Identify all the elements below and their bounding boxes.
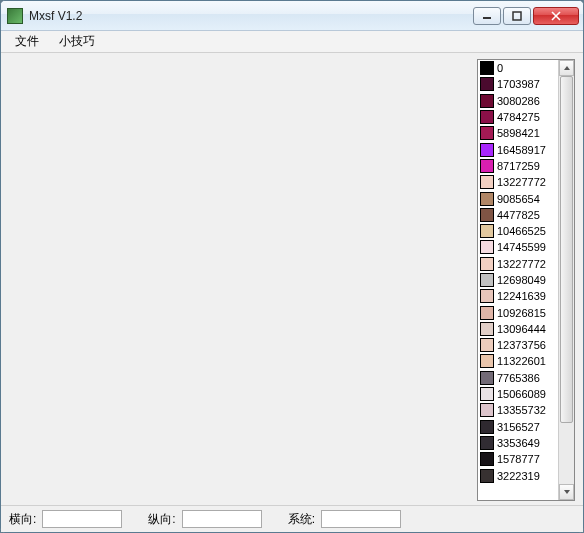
status-sys-label: 系统: bbox=[288, 511, 315, 528]
palette-scrollbar[interactable] bbox=[558, 60, 574, 500]
swatch-value: 12698049 bbox=[497, 274, 546, 286]
swatch-value: 3080286 bbox=[497, 95, 540, 107]
color-swatch bbox=[480, 273, 494, 287]
client-area: 0170398730802864784275589842116458917871… bbox=[1, 53, 583, 506]
swatch-row[interactable]: 10926815 bbox=[478, 304, 558, 320]
maximize-icon bbox=[512, 11, 522, 21]
swatch-row[interactable]: 12373756 bbox=[478, 337, 558, 353]
scroll-down-button[interactable] bbox=[559, 484, 574, 500]
color-swatch bbox=[480, 452, 494, 466]
swatch-row[interactable]: 3080286 bbox=[478, 93, 558, 109]
scroll-track[interactable] bbox=[559, 76, 574, 484]
swatch-row[interactable]: 10466525 bbox=[478, 223, 558, 239]
swatch-row[interactable]: 13355732 bbox=[478, 402, 558, 418]
swatch-value: 13355732 bbox=[497, 404, 546, 416]
color-swatch bbox=[480, 338, 494, 352]
color-swatch bbox=[480, 192, 494, 206]
swatch-value: 11322601 bbox=[497, 355, 546, 367]
svg-marker-4 bbox=[564, 66, 570, 70]
color-swatch bbox=[480, 110, 494, 124]
swatch-row[interactable]: 12698049 bbox=[478, 272, 558, 288]
swatch-row[interactable]: 3222319 bbox=[478, 467, 558, 483]
swatch-row[interactable]: 7765386 bbox=[478, 370, 558, 386]
swatch-row[interactable]: 5898421 bbox=[478, 125, 558, 141]
swatch-value: 12241639 bbox=[497, 290, 546, 302]
swatch-row[interactable]: 1703987 bbox=[478, 76, 558, 92]
swatch-value: 12373756 bbox=[497, 339, 546, 351]
status-h-label: 横向: bbox=[9, 511, 36, 528]
swatch-value: 10926815 bbox=[497, 307, 546, 319]
color-swatch bbox=[480, 403, 494, 417]
swatch-value: 8717259 bbox=[497, 160, 540, 172]
swatch-row[interactable]: 14745599 bbox=[478, 239, 558, 255]
color-swatch bbox=[480, 257, 494, 271]
swatch-value: 5898421 bbox=[497, 127, 540, 139]
titlebar[interactable]: Mxsf V1.2 bbox=[1, 1, 583, 31]
menu-file[interactable]: 文件 bbox=[5, 31, 49, 52]
statusbar: 横向: 纵向: 系统: bbox=[1, 506, 583, 532]
scroll-up-button[interactable] bbox=[559, 60, 574, 76]
swatch-row[interactable]: 12241639 bbox=[478, 288, 558, 304]
color-swatch bbox=[480, 224, 494, 238]
app-window: Mxsf V1.2 文件 小技巧 01703987308028647842755… bbox=[0, 0, 584, 533]
chevron-down-icon bbox=[563, 488, 571, 496]
svg-rect-1 bbox=[513, 12, 521, 20]
swatch-row[interactable]: 3353649 bbox=[478, 435, 558, 451]
color-swatch bbox=[480, 306, 494, 320]
color-swatch bbox=[480, 240, 494, 254]
color-swatch bbox=[480, 175, 494, 189]
status-h-input[interactable] bbox=[42, 510, 122, 528]
swatch-row[interactable]: 15066089 bbox=[478, 386, 558, 402]
swatch-value: 1578777 bbox=[497, 453, 540, 465]
color-swatch bbox=[480, 159, 494, 173]
color-swatch bbox=[480, 208, 494, 222]
palette-panel: 0170398730802864784275589842116458917871… bbox=[477, 59, 575, 501]
swatch-row[interactable]: 4784275 bbox=[478, 109, 558, 125]
swatch-row[interactable]: 9085654 bbox=[478, 190, 558, 206]
color-swatch bbox=[480, 322, 494, 336]
swatch-value: 3353649 bbox=[497, 437, 540, 449]
minimize-button[interactable] bbox=[473, 7, 501, 25]
swatch-row[interactable]: 13227772 bbox=[478, 174, 558, 190]
color-swatch bbox=[480, 126, 494, 140]
status-sys-input[interactable] bbox=[321, 510, 401, 528]
swatch-value: 15066089 bbox=[497, 388, 546, 400]
swatch-row[interactable]: 4477825 bbox=[478, 207, 558, 223]
close-button[interactable] bbox=[533, 7, 579, 25]
color-swatch bbox=[480, 94, 494, 108]
status-v-label: 纵向: bbox=[148, 511, 175, 528]
status-v-input[interactable] bbox=[182, 510, 262, 528]
swatch-row[interactable]: 0 bbox=[478, 60, 558, 76]
color-swatch bbox=[480, 371, 494, 385]
swatch-value: 4477825 bbox=[497, 209, 540, 221]
maximize-button[interactable] bbox=[503, 7, 531, 25]
color-swatch bbox=[480, 387, 494, 401]
swatch-value: 13096444 bbox=[497, 323, 546, 335]
swatch-row[interactable]: 13096444 bbox=[478, 321, 558, 337]
swatch-row[interactable]: 3156527 bbox=[478, 419, 558, 435]
swatch-value: 3222319 bbox=[497, 470, 540, 482]
swatch-row[interactable]: 11322601 bbox=[478, 353, 558, 369]
swatch-row[interactable]: 13227772 bbox=[478, 256, 558, 272]
color-swatch bbox=[480, 289, 494, 303]
chevron-up-icon bbox=[563, 64, 571, 72]
color-swatch bbox=[480, 61, 494, 75]
swatch-value: 3156527 bbox=[497, 421, 540, 433]
minimize-icon bbox=[482, 11, 492, 21]
window-controls bbox=[473, 7, 579, 25]
window-title: Mxsf V1.2 bbox=[29, 9, 82, 23]
swatch-row[interactable]: 1578777 bbox=[478, 451, 558, 467]
scroll-thumb[interactable] bbox=[560, 76, 573, 423]
swatch-value: 13227772 bbox=[497, 176, 546, 188]
swatch-value: 16458917 bbox=[497, 144, 546, 156]
swatch-row[interactable]: 8717259 bbox=[478, 158, 558, 174]
svg-marker-5 bbox=[564, 490, 570, 494]
menu-tips[interactable]: 小技巧 bbox=[49, 31, 105, 52]
palette-list[interactable]: 0170398730802864784275589842116458917871… bbox=[478, 60, 558, 500]
swatch-row[interactable]: 16458917 bbox=[478, 141, 558, 157]
swatch-value: 1703987 bbox=[497, 78, 540, 90]
color-swatch bbox=[480, 354, 494, 368]
color-swatch bbox=[480, 143, 494, 157]
menubar: 文件 小技巧 bbox=[1, 31, 583, 53]
swatch-value: 14745599 bbox=[497, 241, 546, 253]
